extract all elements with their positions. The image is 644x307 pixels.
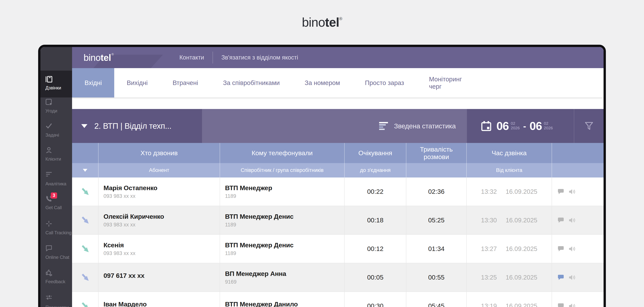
- section-bar-middle: Зведена статистика: [202, 109, 467, 143]
- talk-duration: 05:45: [406, 292, 466, 307]
- tab-by-number[interactable]: За номером: [292, 68, 352, 98]
- sidebar-item-label: Get Call: [46, 205, 72, 210]
- incoming-call-arrow-icon: [81, 302, 89, 307]
- header-cell: [72, 143, 98, 163]
- comment-icon[interactable]: [557, 188, 564, 195]
- header-divider: [212, 52, 213, 64]
- sidebar-item-label: Клієнти: [46, 156, 72, 162]
- date-from-day: 06: [496, 119, 509, 133]
- waiting-time: 00:05: [344, 263, 406, 291]
- sidebar-item-label: Feedback: [46, 279, 72, 284]
- callee-name: ВТП Менеджер Данило: [225, 300, 298, 307]
- talk-duration: 00:55: [406, 263, 466, 291]
- incoming-call-arrow-icon: [81, 273, 89, 281]
- app-header: binotel® Контакти Зв'язатися з відділом …: [72, 47, 604, 68]
- checkmark-icon: [46, 123, 72, 130]
- header-cell-waiting: Очікування: [344, 143, 406, 163]
- tab-right-now[interactable]: Просто зараз: [352, 68, 416, 98]
- date-range-picker[interactable]: 06 02 2026 - 06 02 2026: [481, 109, 553, 143]
- speaker-icon[interactable]: [568, 245, 576, 252]
- sidebar-item-label: Дзвінки: [46, 85, 72, 91]
- statistics-icon: [379, 122, 389, 130]
- sidebar-item-call-tracking[interactable]: Call Tracking: [40, 220, 72, 235]
- sidebar-item-analytics[interactable]: Аналітика: [40, 171, 72, 186]
- sidebar-item-label: Угоди: [46, 108, 72, 114]
- summary-statistics-button[interactable]: Зведена статистика: [379, 109, 456, 143]
- incoming-call-arrow-icon: [81, 245, 89, 253]
- comment-icon[interactable]: [557, 245, 564, 252]
- sort-desc-icon[interactable]: [83, 169, 88, 172]
- comment-icon[interactable]: [557, 217, 564, 224]
- app-logo[interactable]: binotel®: [84, 47, 114, 68]
- call-time: 13:32: [481, 188, 497, 195]
- comment-icon[interactable]: [557, 274, 564, 281]
- callee-name: ВТП Менеджер Денис: [225, 241, 294, 249]
- call-time: 13:19: [481, 302, 497, 307]
- quality-department-link[interactable]: Зв'язатися з відділом якості: [222, 54, 298, 61]
- sidebar-item-settings[interactable]: Параметри: [40, 295, 72, 307]
- table-row[interactable]: Олексій Кириченко093 983 xx xx ВТП Менед…: [72, 206, 604, 235]
- call-date: 16.09.2025: [506, 188, 537, 195]
- tab-queue-monitoring[interactable]: Моніторинг черг: [416, 68, 471, 98]
- sidebar-item-feedback[interactable]: Feedback: [40, 269, 72, 284]
- sidebar: Дзвінки Угоди Задачі Клієнти Аналітика: [40, 47, 72, 307]
- header-cell-who-called: Хто дзвонив: [98, 143, 220, 163]
- subheader-empty: [406, 163, 466, 177]
- person-icon: [46, 147, 72, 154]
- subheader-subscriber: Абонент: [98, 163, 220, 177]
- caller-number: 093 983 xx xx: [104, 250, 136, 256]
- app-window: Дзвінки Угоди Задачі Клієнти Аналітика: [38, 45, 606, 307]
- waiting-time: 00:22: [344, 177, 406, 206]
- callee-name: ВП Менеджер Анна: [225, 270, 286, 277]
- table-row[interactable]: Марія Остапенко093 983 xx xx ВТП Менедже…: [72, 177, 604, 206]
- queue-selector[interactable]: 2. ВТП | Відділ техп...: [72, 109, 202, 143]
- call-date: 16.09.2025: [506, 274, 537, 281]
- chat-bubble-icon: [46, 245, 72, 252]
- sidebar-item-tasks[interactable]: Задачі: [40, 123, 72, 138]
- sidebar-item-label: Call Tracking: [46, 230, 72, 235]
- table-row[interactable]: 097 617 xx xx ВП Менеджер Анна9169 00:05…: [72, 263, 604, 292]
- table-header: Хто дзвонив Кому телефонували Очікування…: [72, 143, 604, 163]
- sliders-icon: [46, 295, 72, 302]
- filter-funnel-icon: [584, 121, 594, 131]
- header-cell-call-time: Час дзвінка: [466, 143, 552, 163]
- main-area: binotel® Контакти Зв'язатися з відділом …: [72, 47, 604, 307]
- sidebar-item-get-call[interactable]: 3 Get Call: [40, 195, 72, 210]
- subheader-until-connection: до з'єднання: [344, 163, 406, 177]
- tab-outgoing[interactable]: Вихідні: [114, 68, 160, 98]
- filter-button[interactable]: [574, 109, 604, 143]
- caller-name: Марія Остапенко: [104, 184, 157, 192]
- caller-name: Ксенія: [104, 241, 124, 249]
- sort-cell[interactable]: [72, 163, 98, 177]
- speaker-icon[interactable]: [568, 217, 576, 224]
- speaker-icon[interactable]: [568, 274, 576, 281]
- table-row[interactable]: Іван Мардело ВТП Менеджер Данило 00:30 0…: [72, 292, 604, 307]
- comment-icon[interactable]: [557, 302, 564, 307]
- date-from-month-year: 02 2026: [511, 121, 520, 130]
- subheader-employee-group: Співробітник / група співробітників: [220, 163, 344, 177]
- caller-name: 097 617 xx xx: [104, 272, 144, 279]
- callee-number: 1189: [225, 222, 236, 228]
- sidebar-item-online-chat[interactable]: Online Chat: [40, 245, 72, 260]
- call-date: 16.09.2025: [506, 245, 537, 252]
- date-range-separator: -: [523, 121, 526, 131]
- tab-missed[interactable]: Втрачені: [160, 68, 210, 98]
- contacts-link[interactable]: Контакти: [180, 54, 204, 61]
- get-call-badge: 3: [51, 192, 57, 199]
- talk-duration: 05:25: [406, 206, 466, 234]
- callee-number: 1189: [225, 193, 236, 199]
- waiting-time: 00:12: [344, 235, 406, 263]
- table-row[interactable]: Ксенія093 983 xx xx ВТП Менеджер Денис11…: [72, 235, 604, 263]
- header-cell-actions: [552, 143, 604, 163]
- caller-number: 093 983 xx xx: [104, 193, 136, 199]
- tab-incoming[interactable]: Вхідні: [72, 68, 114, 98]
- callee-name: ВТП Менеджер Денис: [225, 213, 294, 220]
- tab-by-employees[interactable]: За співробітниками: [211, 68, 292, 98]
- thumbs-up-icon: [46, 269, 72, 277]
- sidebar-item-calls[interactable]: Дзвінки: [40, 71, 72, 98]
- calendar-icon: [481, 121, 492, 131]
- speaker-icon[interactable]: [568, 302, 576, 307]
- sidebar-item-clients[interactable]: Клієнти: [40, 147, 72, 162]
- sidebar-item-deals[interactable]: Угоди: [40, 98, 72, 114]
- speaker-icon[interactable]: [568, 188, 576, 195]
